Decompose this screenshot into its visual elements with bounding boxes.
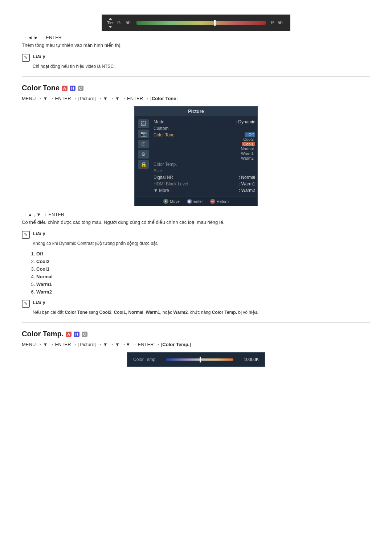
- icon-clock: ⏱: [138, 140, 149, 148]
- option-cool2: Cool2: [36, 259, 370, 264]
- note2-box: ✎ Lưu ý: [22, 231, 370, 239]
- arrow-down-icon: [109, 26, 112, 28]
- tint-g-value: 50: [126, 20, 133, 25]
- value-warm1: Warm1: [240, 151, 255, 156]
- color-tone-description: Có thể điều chỉnh được các tông màu. Ngư…: [22, 219, 370, 225]
- menu-path-picture: Picture: [80, 96, 94, 101]
- options-list: Off Cool2 Cool1 Normal Warm1 Warm2: [36, 251, 370, 295]
- move-icon: ✦: [163, 199, 168, 204]
- menu-item-colortone: Color Tone : Off Cool2 Cool1 Normal Warm…: [152, 132, 257, 161]
- menu-label-digitalnr: Digital NR: [154, 175, 173, 180]
- option-cool2-label: Cool2: [36, 259, 49, 264]
- menu-label-more: ▼ More: [154, 188, 169, 193]
- note1-box: ✎ Lưu ý: [22, 54, 370, 62]
- ct-value: 10000K: [237, 357, 259, 362]
- ct-menu-colortemp: Color Temp.: [162, 342, 189, 347]
- menu-item-custom: Custom: [152, 125, 257, 132]
- footer-move-label: Move: [170, 199, 180, 204]
- menu-label-colortone: Color Tone: [154, 132, 175, 160]
- note3-bold-cool2: Cool2: [99, 310, 111, 315]
- note3-icon: ✎: [22, 300, 30, 308]
- picture-menu-body: 🖼 📷 ⏱ ⚙ 🔒 Mode : Dynamic Custom Color To…: [135, 116, 257, 197]
- picture-menu-footer: ✦ Move ▣ Enter ↩ Return: [135, 197, 257, 206]
- option-off: Off: [36, 251, 370, 257]
- menu-item-size: Size: [152, 168, 257, 174]
- note3-text: Nếu bạn cài đặt Color Tone sang Cool2, C…: [33, 310, 370, 315]
- value-warm2: Warm2: [240, 156, 255, 160]
- note3-bold-warm2: Warm2: [173, 310, 188, 315]
- icon-settings: ⚙: [138, 150, 149, 159]
- note3-bold-colortemp: Color Temp.: [212, 310, 237, 315]
- footer-return: ↩ Return: [210, 199, 229, 204]
- note2-label: Lưu ý: [33, 231, 45, 236]
- menu-value-more: : Warm2: [239, 188, 255, 193]
- tint-description: Thêm tông màu tự nhiên vào màn hình hiển…: [22, 42, 370, 48]
- footer-move: ✦ Move: [163, 199, 180, 204]
- option-warm2-label: Warm2: [36, 289, 52, 295]
- color-tone-nav: → ▲ , ▼ → ENTER: [22, 212, 370, 217]
- tint-track: [136, 21, 266, 25]
- picture-menu-items: Mode : Dynamic Custom Color Tone : Off C…: [152, 118, 257, 194]
- value-cool2: Cool2: [242, 137, 255, 141]
- divider-2: [22, 322, 370, 323]
- option-normal-label: Normal: [36, 274, 53, 279]
- menu-path-colortone: Color Tone: [152, 96, 176, 101]
- badge-h-ct: H: [74, 332, 79, 337]
- tint-g-label: G: [117, 20, 121, 25]
- menu-value-colortone: : Off Cool2 Cool1 Normal Warm1 Warm2: [240, 132, 255, 160]
- note3-bold-cool1: Cool1: [114, 310, 126, 315]
- note2-text: Không có khi Dynamic Contrast (Độ tương …: [33, 241, 370, 246]
- menu-item-mode: Mode : Dynamic: [152, 119, 257, 125]
- value-normal: Normal: [240, 147, 255, 151]
- badge-c: C: [78, 86, 83, 91]
- enter-icon: ▣: [187, 199, 192, 204]
- menu-label-size: Size: [154, 168, 162, 173]
- option-off-label: Off: [36, 251, 43, 257]
- color-tone-heading: Color Tone A H C: [22, 84, 370, 92]
- footer-enter-label: Enter: [193, 199, 203, 204]
- menu-label-colortemp: Color Temp.: [154, 162, 177, 167]
- menu-label-hdmiblack: HDMI Black Level: [154, 181, 188, 186]
- note2-icon: ✎: [22, 231, 30, 239]
- tint-nav: → ◄ ► → ENTER: [22, 35, 370, 40]
- tint-label: Tint: [107, 21, 114, 25]
- arrow-up-icon: [109, 18, 112, 20]
- menu-item-colortemp: Color Temp.: [152, 161, 257, 168]
- menu-item-more: ▼ More : Warm2: [152, 187, 257, 194]
- tint-r-value: 50: [278, 20, 285, 25]
- color-tone-title: Color Tone: [22, 84, 60, 92]
- badge-c-ct: C: [82, 332, 87, 337]
- tint-box: Tint G 50 R 50: [102, 15, 290, 31]
- note3-label: Lưu ý: [33, 300, 45, 305]
- tint-thumb: [214, 20, 216, 26]
- menu-label-custom: Custom: [154, 126, 168, 131]
- menu-value-mode: : Dynamic: [236, 119, 255, 124]
- note1-label: Lưu ý: [33, 54, 45, 59]
- menu-item-hdmiblack: HDMI Black Level : Warm1: [152, 181, 257, 187]
- picture-menu-wrapper: Picture 🖼 📷 ⏱ ⚙ 🔒 Mode : Dynamic Custom: [22, 106, 370, 206]
- badge-a-ct: A: [66, 332, 72, 337]
- icon-lock: 🔒: [138, 160, 149, 169]
- footer-return-label: Return: [217, 199, 229, 204]
- tint-r-label: R: [271, 20, 274, 25]
- option-warm1: Warm1: [36, 282, 370, 287]
- option-warm1-label: Warm1: [36, 282, 52, 287]
- menu-value-digitalnr: : Normal: [239, 175, 255, 180]
- ct-thumb: [200, 357, 201, 362]
- note3-bold-colortone: Color Tone: [65, 310, 87, 315]
- color-temp-title: Color Temp.: [22, 330, 64, 338]
- option-warm2: Warm2: [36, 289, 370, 295]
- option-cool1-label: Cool1: [36, 266, 49, 272]
- value-off: : Off: [245, 132, 255, 137]
- ct-label: Color Temp.: [133, 357, 162, 362]
- badge-a: A: [62, 86, 68, 91]
- picture-menu-icons: 🖼 📷 ⏱ ⚙ 🔒: [135, 118, 152, 194]
- divider-1: [22, 76, 370, 77]
- tint-arrows: Tint: [107, 18, 114, 28]
- color-temp-heading: Color Temp. A H C: [22, 330, 370, 338]
- tint-slider-section: Tint G 50 R 50: [22, 15, 370, 31]
- note3-bold-warm1: Warm1: [146, 310, 160, 315]
- note1-icon: ✎: [22, 54, 30, 62]
- color-temp-slider-wrapper: Color Temp. 10000K: [22, 352, 370, 367]
- footer-enter: ▣ Enter: [187, 199, 203, 204]
